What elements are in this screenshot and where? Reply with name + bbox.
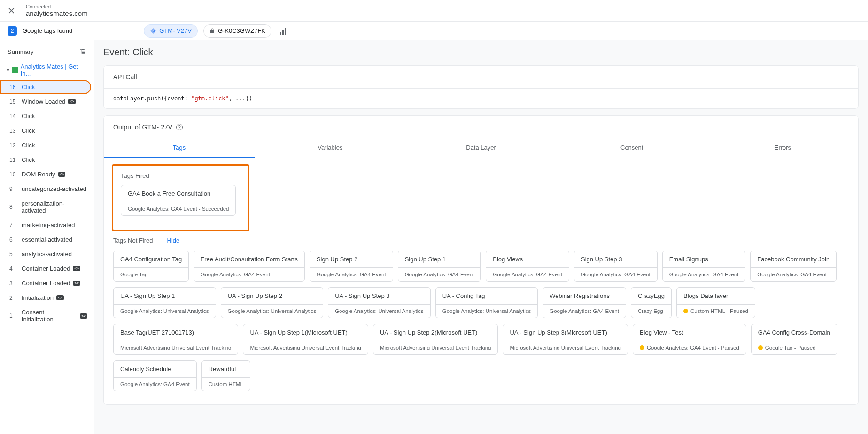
summary-label: Summary — [8, 48, 34, 55]
event-item[interactable]: 1Consent Initialization<> — [0, 305, 91, 327]
event-item[interactable]: 6essential-activated — [0, 232, 91, 247]
gtm-pill[interactable]: GTM- V27V — [144, 24, 198, 38]
code-icon: <> — [56, 295, 64, 300]
event-item[interactable]: 7marketing-activated — [0, 218, 91, 232]
event-num: 1 — [9, 312, 19, 319]
tab-tags[interactable]: Tags — [104, 138, 255, 158]
tag-card[interactable]: UA - Config TagGoogle Analytics: Univers… — [435, 287, 538, 318]
tag-card[interactable]: Base Tag(UET 271001713)Microsoft Adverti… — [113, 324, 238, 355]
tag-card[interactable]: CrazyEggCrazy Egg — [631, 287, 672, 318]
tab-errors[interactable]: Errors — [707, 138, 858, 158]
tag-card[interactable]: Email SignupsGoogle Analytics: GA4 Event — [662, 251, 746, 282]
tag-card-sub: Microsoft Advertising Universal Event Tr… — [503, 341, 627, 354]
tab-data-layer[interactable]: Data Layer — [405, 138, 556, 158]
tag-card-title: Facebook Community Join — [751, 251, 836, 267]
tag-card[interactable]: Calendly ScheduleGoogle Analytics: GA4 E… — [113, 360, 197, 391]
tag-card-title: Calendly Schedule — [114, 361, 196, 377]
tag-card[interactable]: Blogs Data layerCustom HTML - Paused — [676, 287, 755, 318]
tag-card-sub: Custom HTML — [202, 377, 250, 391]
api-call-label: API Call — [104, 66, 858, 88]
tag-card-title: Webinar Registrations — [543, 288, 626, 304]
header-sub: 2 Google tags found GTM- V27V G-K0C3GWZ7… — [0, 22, 868, 40]
event-num: 9 — [9, 186, 19, 192]
tag-card[interactable]: GA4 Config Cross-DomainGoogle Tag - Paus… — [751, 324, 837, 355]
event-name: Click — [22, 113, 35, 120]
tag-card-sub: Crazy Egg — [631, 304, 671, 318]
event-item[interactable]: 16Click — [0, 80, 91, 94]
tabs: TagsVariablesData LayerConsentErrors — [104, 138, 858, 158]
event-item[interactable]: 10DOM Ready<> — [0, 167, 91, 182]
connected-label: Connected — [26, 4, 88, 9]
event-item[interactable]: 8personalization-activated — [0, 196, 91, 218]
event-item[interactable]: 3Container Loaded<> — [0, 276, 91, 290]
tag-card[interactable]: RewardfulCustom HTML — [202, 360, 250, 391]
tag-card[interactable]: UA - Sign Up Step 3Google Analytics: Uni… — [328, 287, 431, 318]
tag-card-title: Sign Up Step 1 — [398, 251, 481, 267]
tag-card-title: UA - Sign Up Step 1 — [114, 288, 216, 304]
summary-row[interactable]: Summary — [0, 43, 94, 60]
tag-card[interactable]: UA - Sign Up Step 1(Microsoft UET)Micros… — [243, 324, 368, 355]
event-item[interactable]: 14Click — [0, 109, 91, 123]
tag-card[interactable]: Blog ViewsGoogle Analytics: GA4 Event — [486, 251, 569, 282]
paused-icon — [758, 345, 763, 350]
content: Event: Click API Call dataLayer.push({ev… — [94, 40, 868, 434]
tag-card-title: Blog View - Test — [633, 324, 746, 341]
tag-card-sub: Google Analytics: GA4 Event — [543, 304, 626, 318]
tag-card-title: Email Signups — [663, 251, 745, 267]
event-item[interactable]: 4Container Loaded<> — [0, 261, 91, 276]
tag-card[interactable]: Blog View - TestGoogle Analytics: GA4 Ev… — [633, 324, 746, 355]
event-list: 16Click15Window Loaded<>14Click13Click12… — [0, 80, 94, 327]
event-item[interactable]: 13Click — [0, 123, 91, 138]
hide-link[interactable]: Hide — [167, 237, 180, 244]
tag-card[interactable]: Facebook Community JoinGoogle Analytics:… — [750, 251, 837, 282]
code-icon: <> — [80, 313, 87, 319]
event-name: Click — [22, 127, 35, 134]
ga-pill[interactable]: G-K0C3GWZ7FK — [203, 24, 271, 38]
event-name: Consent Initialization — [22, 309, 78, 323]
header-top: ✕ Connected analyticsmates.com — [0, 0, 868, 22]
code-icon: <> — [73, 266, 80, 271]
tag-card[interactable]: UA - Sign Up Step 3(Microsoft UET)Micros… — [503, 324, 628, 355]
page-title: Event: Click — [103, 47, 859, 58]
tab-consent[interactable]: Consent — [557, 138, 707, 158]
help-icon[interactable]: ? — [176, 124, 183, 130]
tag-card[interactable]: UA - Sign Up Step 1Google Analytics: Uni… — [113, 287, 216, 318]
event-name: Initialization — [22, 294, 54, 301]
event-name: Container Loaded — [22, 265, 70, 272]
tag-card[interactable]: Sign Up Step 2Google Analytics: GA4 Even… — [310, 251, 393, 282]
tab-variables[interactable]: Variables — [255, 138, 405, 158]
close-icon[interactable]: ✕ — [8, 5, 16, 16]
tag-card[interactable]: Sign Up Step 3Google Analytics: GA4 Even… — [574, 251, 658, 282]
event-item[interactable]: 2Initialization<> — [0, 290, 91, 305]
tag-card[interactable]: UA - Sign Up Step 2(Microsoft UET)Micros… — [373, 324, 498, 355]
event-item[interactable]: 5analytics-activated — [0, 247, 91, 261]
tag-card-title: Blogs Data layer — [677, 288, 755, 304]
event-item[interactable]: 15Window Loaded<> — [0, 94, 91, 109]
tag-card-title: Sign Up Step 2 — [310, 251, 393, 267]
tree-item[interactable]: ▼ Analytics Mates | Get In... — [0, 60, 94, 80]
tag-card[interactable]: GA4 Configuration TagGoogle Tag — [113, 251, 189, 282]
tag-card-sub: Google Analytics: GA4 Event — [194, 267, 304, 281]
event-name: Click — [22, 142, 35, 149]
tag-card[interactable]: GA4 Book a Free ConsultationGoogle Analy… — [121, 185, 236, 216]
event-num: 16 — [9, 84, 19, 91]
tag-card-sub: Google Tag — [114, 267, 188, 281]
clear-icon[interactable] — [79, 48, 86, 55]
main: Summary ▼ Analytics Mates | Get In... 16… — [0, 40, 868, 434]
event-num: 6 — [9, 236, 19, 243]
event-num: 3 — [9, 280, 19, 287]
tag-card[interactable]: Free Audit/Consultation Form StartsGoogl… — [194, 251, 305, 282]
tag-card[interactable]: Sign Up Step 1Google Analytics: GA4 Even… — [398, 251, 481, 282]
event-item[interactable]: 11Click — [0, 152, 91, 167]
event-num: 4 — [9, 266, 19, 272]
event-num: 13 — [9, 128, 19, 134]
event-name: Window Loaded — [22, 98, 65, 105]
tag-card[interactable]: Webinar RegistrationsGoogle Analytics: G… — [542, 287, 626, 318]
event-item[interactable]: 12Click — [0, 138, 91, 152]
sidebar: Summary ▼ Analytics Mates | Get In... 16… — [0, 40, 94, 434]
analytics-chart-icon[interactable] — [280, 27, 287, 35]
event-item[interactable]: 9uncategorized-activated — [0, 182, 91, 196]
event-num: 14 — [9, 113, 19, 120]
tag-card[interactable]: UA - Sign Up Step 2Google Analytics: Uni… — [221, 287, 324, 318]
tag-card-title: GA4 Config Cross-Domain — [752, 324, 837, 341]
